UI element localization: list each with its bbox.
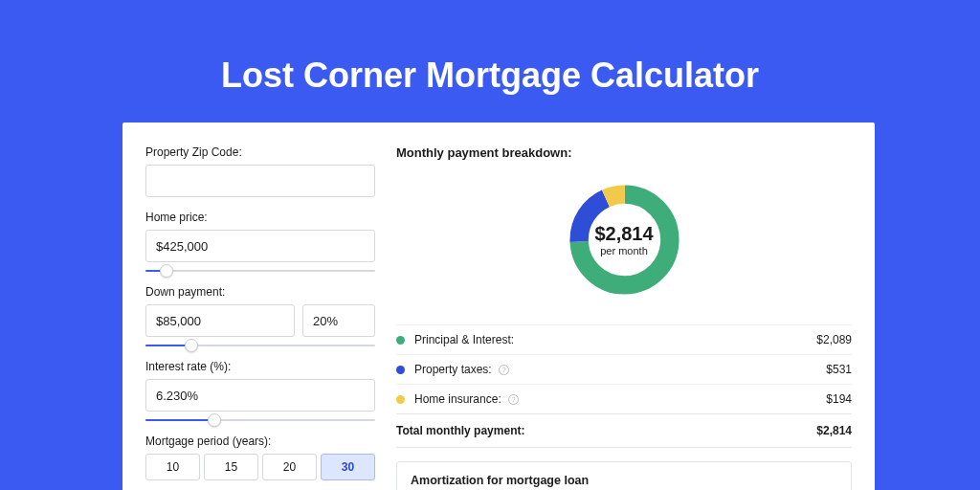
calculator-card: Property Zip Code: Home price: Down paym… [122,122,875,490]
legend-dot-principal [396,336,405,345]
breakdown-label: Home insurance: ? [414,392,826,406]
interest-rate-label: Interest rate (%): [145,360,375,373]
down-payment-pct-input[interactable] [302,304,375,337]
breakdown-value: $2,089 [816,333,852,346]
breakdown-row-insurance: Home insurance: ?$194 [396,384,852,413]
slider-thumb[interactable] [185,339,198,352]
donut-sub: per month [594,245,653,256]
zip-field: Property Zip Code: [145,145,375,197]
donut-center: $2,814 per month [594,223,653,256]
zip-label: Property Zip Code: [145,145,375,159]
breakdown-row-principal: Principal & Interest:$2,089 [396,324,852,354]
breakdown-column: Monthly payment breakdown: $2,814 per mo… [396,145,852,490]
breakdown-value: $194 [826,392,852,406]
zip-input[interactable] [145,165,375,197]
info-icon[interactable]: ? [508,394,519,405]
slider-thumb[interactable] [160,264,173,278]
inputs-column: Property Zip Code: Home price: Down paym… [145,145,375,490]
period-label: Mortgage period (years): [145,434,375,448]
down-payment-amount-input[interactable] [145,304,295,337]
breakdown-heading: Monthly payment breakdown: [396,145,852,160]
amortization-card: Amortization for mortgage loan Amortizat… [396,461,852,490]
slider-thumb[interactable] [208,413,221,427]
home-price-slider[interactable] [145,270,375,272]
breakdown-row-taxes: Property taxes: ?$531 [396,354,852,384]
breakdown-total-label: Total monthly payment: [396,424,816,437]
legend-dot-taxes [396,366,405,374]
breakdown-label: Property taxes: ? [414,363,826,376]
breakdown-list: Principal & Interest:$2,089Property taxe… [396,324,852,448]
period-option-30[interactable]: 30 [321,454,375,480]
home-price-label: Home price: [145,211,375,224]
home-price-field: Home price: [145,211,375,272]
breakdown-row-total: Total monthly payment:$2,814 [396,413,852,448]
donut-amount: $2,814 [594,223,653,245]
page-title: Lost Corner Mortgage Calculator [0,0,980,113]
down-payment-field: Down payment: [145,285,375,346]
info-icon[interactable]: ? [499,365,509,375]
breakdown-total-value: $2,814 [816,424,852,437]
down-payment-label: Down payment: [145,285,375,299]
period-option-10[interactable]: 10 [145,454,200,480]
amortization-heading: Amortization for mortgage loan [411,474,837,487]
legend-dot-insurance [396,395,405,404]
interest-rate-field: Interest rate (%): [145,360,375,421]
down-payment-slider[interactable] [145,345,375,346]
period-field: Mortgage period (years): 10152030 [145,434,375,480]
donut-chart: $2,814 per month [396,167,852,311]
interest-rate-slider[interactable] [145,419,375,421]
interest-rate-input[interactable] [145,379,375,412]
home-price-input[interactable] [145,230,375,262]
period-option-15[interactable]: 15 [204,454,258,480]
period-option-20[interactable]: 20 [262,454,317,480]
breakdown-value: $531 [826,363,852,376]
breakdown-label: Principal & Interest: [414,333,816,346]
